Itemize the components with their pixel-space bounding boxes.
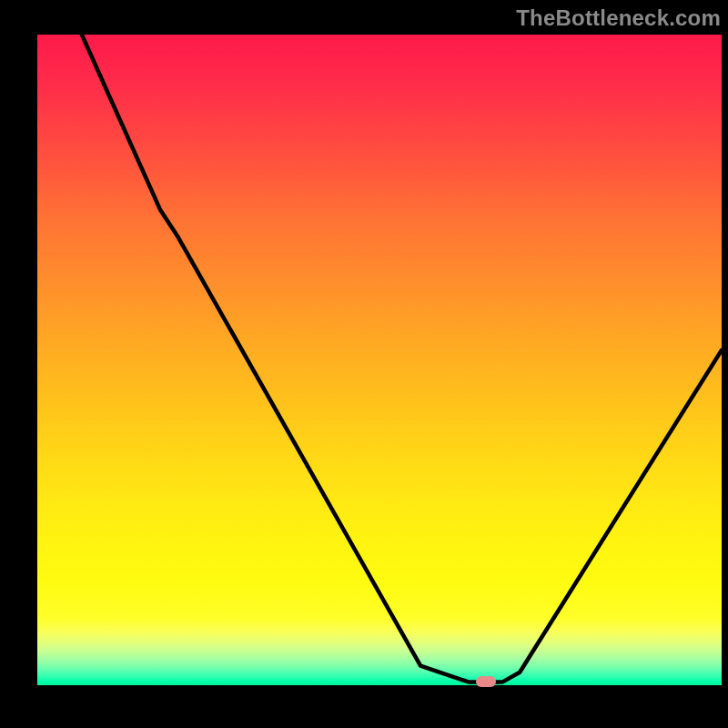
plot-area [37,35,722,685]
optimal-marker [476,676,496,687]
bottleneck-curve [37,35,722,685]
chart-container: TheBottleneck.com [0,0,728,728]
watermark-text: TheBottleneck.com [516,5,721,31]
